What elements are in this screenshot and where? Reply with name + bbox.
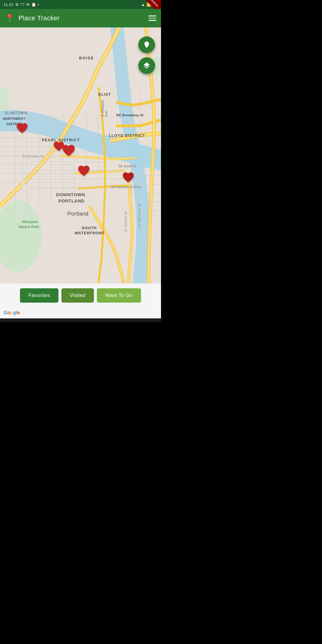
fab-container bbox=[138, 36, 155, 74]
wifi-icon: ▲ bbox=[141, 2, 145, 7]
heart-marker-4[interactable] bbox=[77, 165, 91, 178]
bottom-filter-bar: Favorites Visited Want To Go bbox=[0, 283, 161, 307]
dot-icon: • bbox=[38, 2, 39, 7]
back-button[interactable] bbox=[18, 320, 36, 322]
google-logo-bar: Google bbox=[0, 307, 161, 318]
svg-rect-2 bbox=[0, 87, 9, 111]
recents-button[interactable] bbox=[125, 320, 143, 322]
clipboard-icon: 📋 bbox=[31, 2, 36, 7]
favorites-button[interactable]: Favorites bbox=[20, 288, 58, 303]
location-pin-icon: 📍 bbox=[5, 14, 14, 23]
status-left: 11:22 ⚙ 🛡 ✉ 📋 • bbox=[4, 2, 39, 7]
settings-icon: ⚙ bbox=[15, 2, 19, 7]
wantogo-button[interactable]: Want To Go bbox=[97, 288, 141, 303]
heart-marker-3[interactable] bbox=[61, 144, 76, 159]
app-bar-left: 📍 Place Tracker bbox=[5, 14, 60, 23]
home-button[interactable] bbox=[72, 320, 89, 322]
menu-line-1 bbox=[148, 16, 156, 16]
heart-marker-1[interactable] bbox=[16, 122, 29, 135]
menu-line-2 bbox=[148, 18, 156, 19]
app-title: Place Tracker bbox=[18, 14, 60, 22]
map-svg bbox=[0, 27, 161, 283]
app-bar: 📍 Place Tracker bbox=[0, 9, 161, 27]
time: 11:22 bbox=[4, 2, 13, 7]
shield-icon: 🛡 bbox=[21, 2, 24, 7]
status-bar: 11:22 ⚙ 🛡 ✉ 📋 • ▲ 📶 🔋 DEBUG bbox=[0, 0, 161, 9]
menu-button[interactable] bbox=[148, 16, 156, 21]
layers-fab[interactable] bbox=[138, 57, 155, 74]
navigation-bar bbox=[0, 318, 161, 322]
menu-line-3 bbox=[148, 20, 156, 21]
google-logo: Google bbox=[4, 310, 20, 315]
add-place-fab[interactable] bbox=[138, 36, 155, 53]
heart-marker-5[interactable] bbox=[122, 171, 135, 185]
map-container[interactable]: BOISE N Williams Ave ELIOT SLABTOWN NORT… bbox=[0, 27, 161, 283]
mail-icon: ✉ bbox=[26, 2, 30, 7]
visited-button[interactable]: Visited bbox=[61, 288, 94, 303]
